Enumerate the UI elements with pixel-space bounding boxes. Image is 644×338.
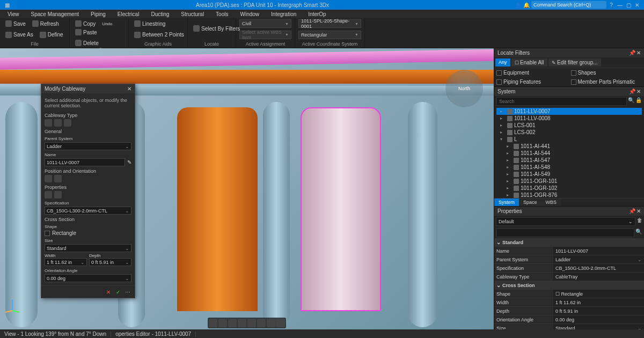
panel-close-icon[interactable]: ✕ [127,86,131,92]
vp-tool-5[interactable] [247,319,256,327]
prop-icon-1[interactable] [45,191,52,199]
name-input[interactable]: 1011-LLV-0007 [45,158,125,166]
tree-node[interactable]: ▸1011-AI-441 [496,143,642,150]
tree-node[interactable]: ▸1011-OGR-876 [496,192,642,198]
tab-any[interactable]: Any [495,58,510,67]
menu-ducting[interactable]: Ducting [145,11,174,17]
vp-tool-1[interactable] [209,319,217,327]
type-icon-2[interactable] [54,119,62,127]
menu-window[interactable]: Window [235,11,265,17]
vp-tool-4[interactable] [238,319,246,327]
pos-icon-2[interactable] [54,175,62,182]
vp-tool-8[interactable] [276,319,285,327]
prop-value[interactable]: 0.00 deg [553,315,644,324]
select-by-filters-button[interactable]: Select By Filters [191,24,242,33]
prop-value[interactable]: CB_150G-L300-2.0mm-CTL [553,264,644,272]
save-as-button[interactable]: Save As [3,31,35,39]
system-search-input[interactable] [496,97,627,106]
3d-viewport[interactable]: North Modify Cableway✕ Select additional… [0,48,494,329]
menu-structural[interactable]: Structural [175,11,209,17]
menu-tools[interactable]: Tools [210,11,233,17]
lock-icon[interactable]: 🔒 [635,97,642,106]
vp-tool-6[interactable] [257,319,266,327]
view-compass[interactable]: North [445,70,483,107]
cb-shapes[interactable] [571,70,576,76]
type-icon-3[interactable] [64,119,71,127]
tab-space[interactable]: Space [519,199,541,206]
props-search-input[interactable] [496,229,634,237]
tree-node[interactable]: ▸1011-LLV-0007 [496,108,642,115]
type-icon-1[interactable] [45,119,52,127]
tree-node[interactable]: ▸1011-AI-548 [496,164,642,171]
tab-wbs[interactable]: WBS [541,199,561,206]
civil-combo[interactable]: Civil [239,19,291,28]
shape-checkbox[interactable] [45,231,50,236]
shape-combo[interactable]: 1011-SPL-205-Shape-0001 [298,19,361,28]
system-tree[interactable]: ▸1011-LLV-0007▸1011-LLV-0008▸LCS-001▸LCS… [494,107,644,198]
close-panel-icon[interactable]: ✕ [636,208,641,214]
edit-icon[interactable]: ✎ [127,159,131,165]
delete-button[interactable]: Delete [73,39,101,47]
tree-node[interactable]: ▸LCS-002 [496,129,642,136]
props-default-combo[interactable]: Default [496,217,635,226]
search-icon[interactable]: 🔍 [635,229,642,237]
vp-tool-3[interactable] [228,319,237,327]
refresh-button[interactable]: Refresh [30,19,61,28]
enable-all-button[interactable]: ☐ Enable All [511,58,547,67]
command-search-input[interactable]: Command Search (Ctrl+Q) [531,1,606,9]
between-points-button[interactable]: Between 2 Points [132,31,186,39]
search-icon[interactable]: 🔍 [628,97,634,106]
cb-equipment[interactable] [496,70,502,76]
prop-value[interactable]: 0 ft 5.91 in [553,307,644,315]
menu-piping[interactable]: Piping [85,11,111,17]
tree-node[interactable]: ▸1011-OGR-102 [496,185,642,192]
cb-piping[interactable] [496,79,502,85]
undo-button[interactable]: Undo [100,19,114,28]
pin-icon[interactable]: 📌 [629,50,635,56]
paste-button[interactable]: Paste [73,28,99,36]
depth-select[interactable]: 0 ft 5.91 in [89,258,131,266]
cancel-icon[interactable]: ✕ [105,288,112,296]
menu-interop[interactable]: InterOp [303,11,331,17]
tree-node[interactable]: ▸1011-AI-544 [496,150,642,157]
edit-filter-button[interactable]: ✎ Edit filter group... [548,58,601,67]
define-button[interactable]: Define [38,31,65,39]
pos-icon-1[interactable] [45,175,52,182]
linestring-button[interactable]: Linestring [132,19,167,28]
menu-view[interactable]: View [2,11,25,17]
close-panel-icon[interactable]: ✕ [636,50,641,56]
pin-icon[interactable]: 📌 [629,208,635,214]
apply-icon[interactable]: ✓ [114,288,122,296]
menu-space-management[interactable]: Space Management [26,11,85,17]
tree-node[interactable]: ▸LCS-001 [496,122,642,129]
spec-select[interactable]: CB_150G-L300-2.0mm-CTL [45,207,131,215]
menu-integration[interactable]: Integration [266,11,302,17]
close-panel-icon[interactable]: ✕ [636,89,641,94]
props-clear-icon[interactable]: 🗑 [637,217,642,226]
menu-electrical[interactable]: Electrical [112,11,145,17]
cb-members[interactable] [571,79,576,85]
help-icon[interactable]: ? [608,1,615,9]
vp-tool-2[interactable] [218,319,227,327]
tree-node[interactable]: ▾L [496,136,642,143]
prop-value[interactable]: 1011-LLV-0007 [553,247,644,255]
user-icon[interactable]: 👤 [514,1,522,9]
tree-node[interactable]: ▸1011-OGR-101 [496,178,642,185]
prop-group[interactable]: ⌄ Standard [494,238,644,246]
tree-node[interactable]: ▸1011-LLV-0008 [496,115,642,122]
maximize-icon[interactable]: ▢ [625,1,632,9]
bell-icon[interactable]: 🔔 [523,1,530,9]
minimize-icon[interactable]: — [616,1,624,9]
vp-tool-7[interactable] [267,319,275,327]
tab-system[interactable]: System [494,199,519,206]
prop-value[interactable]: ☐ Rectangle [553,290,644,298]
prop-icon-2[interactable] [54,191,62,199]
prop-value[interactable]: CableTray [553,273,644,281]
tree-node[interactable]: ▸1011-AI-549 [496,171,642,178]
close-icon[interactable]: ✕ [633,1,641,9]
width-select[interactable]: 1 ft 11.62 in [45,258,87,266]
tree-node[interactable]: ▸1011-AI-547 [496,157,642,164]
orient-select[interactable]: 0.00 deg [45,274,131,282]
prop-value[interactable]: 1 ft 11.62 in [553,298,644,306]
save-button[interactable]: Save [3,19,28,28]
